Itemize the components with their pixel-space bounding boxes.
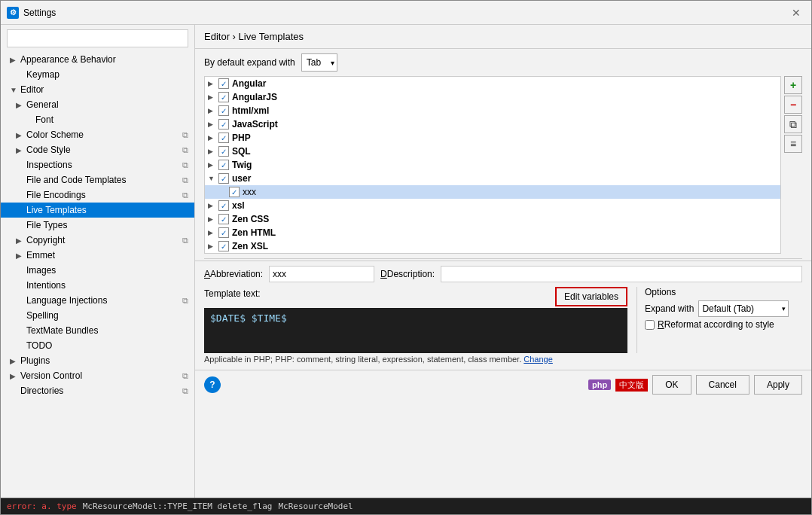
window-title: Settings bbox=[23, 8, 787, 18]
tree-label: Zen XSL bbox=[232, 241, 268, 251]
tree-row-php[interactable]: ▶ ✓ PHP bbox=[205, 131, 780, 145]
sidebar-item-code-style[interactable]: ▶ Code Style ⧉ bbox=[1, 142, 194, 157]
sidebar-item-font[interactable]: Font bbox=[1, 112, 194, 127]
copy-icon: ⧉ bbox=[182, 386, 188, 396]
move-button[interactable]: ≡ bbox=[784, 135, 802, 153]
sidebar-item-spelling[interactable]: Spelling bbox=[1, 308, 194, 323]
checkbox-zen-html[interactable]: ✓ bbox=[218, 227, 229, 238]
sidebar-item-file-encodings[interactable]: File Encodings ⧉ bbox=[1, 187, 194, 203]
tree-row-user[interactable]: ▼ ✓ user bbox=[205, 172, 780, 185]
checkbox-javascript[interactable]: ✓ bbox=[218, 119, 229, 130]
tree-row-twig[interactable]: ▶ ✓ Twig bbox=[205, 158, 780, 172]
apply-button[interactable]: Apply bbox=[754, 375, 802, 395]
sidebar-item-general[interactable]: ▶ General bbox=[1, 97, 194, 112]
sidebar-item-plugins[interactable]: ▶ Plugins bbox=[1, 353, 194, 368]
tree-row-angularjs[interactable]: ▶ ✓ AngularJS bbox=[205, 90, 780, 104]
tree-row-angular[interactable]: ▶ ✓ Angular bbox=[205, 77, 780, 90]
chevron-icon: ▶ bbox=[10, 372, 17, 380]
expand-with-select[interactable]: Default (Tab) Tab Enter Space bbox=[698, 300, 789, 317]
sidebar-item-language-injections[interactable]: Language Injections ⧉ bbox=[1, 293, 194, 308]
help-button[interactable]: ? bbox=[204, 376, 221, 393]
remove-button[interactable]: − bbox=[784, 96, 802, 114]
expand-with-select-wrapper[interactable]: Default (Tab) Tab Enter Space bbox=[698, 300, 789, 317]
applicable-row: Applicable in PHP; PHP: comment, string … bbox=[204, 353, 802, 365]
sidebar-item-label: General bbox=[26, 99, 59, 110]
checkbox-php[interactable]: ✓ bbox=[218, 133, 229, 143]
sidebar-item-keymap[interactable]: Keymap bbox=[1, 67, 194, 82]
sidebar-item-images[interactable]: Images bbox=[1, 263, 194, 278]
sidebar-item-textmate[interactable]: TextMate Bundles bbox=[1, 323, 194, 338]
sidebar-item-label: File Encodings bbox=[26, 190, 86, 200]
copy-icon: ⧉ bbox=[182, 190, 188, 200]
copy-icon: ⧉ bbox=[182, 130, 188, 140]
sidebar-item-intentions[interactable]: Intentions bbox=[1, 278, 194, 293]
checkbox-user[interactable]: ✓ bbox=[218, 173, 229, 184]
side-buttons: + − ⧉ ≡ bbox=[784, 76, 802, 254]
change-link[interactable]: Change bbox=[524, 355, 553, 364]
tree-row-xsl[interactable]: ▶ ✓ xsl bbox=[205, 199, 780, 212]
tree-row-xxx[interactable]: ✓ xxx bbox=[205, 185, 780, 199]
sidebar-item-label: Intentions bbox=[26, 280, 66, 291]
checkbox-angularjs[interactable]: ✓ bbox=[218, 92, 229, 102]
sidebar-item-file-code-templates[interactable]: File and Code Templates ⧉ bbox=[1, 172, 194, 187]
copy-icon: ⧉ bbox=[182, 371, 188, 381]
description-input[interactable] bbox=[441, 266, 802, 282]
abbreviation-input[interactable] bbox=[269, 266, 374, 282]
checkbox-xxx[interactable]: ✓ bbox=[229, 187, 240, 197]
checkbox-html-xml[interactable]: ✓ bbox=[218, 105, 229, 116]
tree-row-javascript[interactable]: ▶ ✓ JavaScript bbox=[205, 117, 780, 131]
abbreviation-row: AAbbreviation: DDescription: bbox=[204, 266, 802, 282]
checkbox-sql[interactable]: ✓ bbox=[218, 146, 229, 157]
sidebar-item-todo[interactable]: TODO bbox=[1, 338, 194, 353]
sidebar-item-label: Plugins bbox=[20, 355, 50, 366]
tree-label: Zen HTML bbox=[232, 227, 276, 238]
sidebar-item-directories[interactable]: Directories ⧉ bbox=[1, 383, 194, 398]
sidebar-item-copyright[interactable]: ▶ Copyright ⧉ bbox=[1, 233, 194, 248]
sidebar-item-live-templates[interactable]: Live Templates bbox=[1, 203, 194, 218]
sidebar-item-inspections[interactable]: Inspections ⧉ bbox=[1, 157, 194, 172]
abbreviation-label: AAbbreviation: bbox=[204, 269, 263, 279]
checkbox-zen-xsl[interactable]: ✓ bbox=[218, 241, 229, 251]
sidebar-item-file-types[interactable]: File Types bbox=[1, 218, 194, 233]
cancel-button[interactable]: Cancel bbox=[696, 375, 749, 395]
sidebar-item-label: File Types bbox=[26, 220, 67, 230]
edit-variables-button[interactable]: Edit variables bbox=[555, 287, 627, 306]
tree-row-zen-html[interactable]: ▶ ✓ Zen HTML bbox=[205, 226, 780, 239]
sidebar-item-version-control[interactable]: ▶ Version Control ⧉ bbox=[1, 368, 194, 383]
copy-button[interactable]: ⧉ bbox=[784, 115, 802, 133]
chevron-down-icon: ▼ bbox=[10, 86, 17, 94]
ok-button[interactable]: OK bbox=[652, 375, 691, 395]
close-button[interactable]: ✕ bbox=[787, 5, 805, 20]
tree-row-zen-css[interactable]: ▶ ✓ Zen CSS bbox=[205, 212, 780, 226]
reformat-row: RReformat according to style bbox=[645, 319, 802, 330]
checkbox-angular[interactable]: ✓ bbox=[218, 78, 229, 89]
checkbox-twig[interactable]: ✓ bbox=[218, 160, 229, 170]
search-input[interactable] bbox=[11, 33, 185, 44]
sidebar: ▶ Appearance & Behavior Keymap ▼ Editor … bbox=[1, 25, 195, 498]
sidebar-item-label: Font bbox=[35, 114, 53, 125]
sidebar-item-label: Version Control bbox=[20, 370, 82, 381]
search-box[interactable] bbox=[7, 29, 188, 47]
add-button[interactable]: + bbox=[784, 76, 802, 94]
sidebar-item-label: Color Scheme bbox=[26, 130, 84, 140]
chevron-right-icon: ▶ bbox=[208, 161, 218, 169]
expand-select-wrapper[interactable]: Tab bbox=[301, 53, 337, 72]
checkbox-zen-css[interactable]: ✓ bbox=[218, 214, 229, 224]
expand-select[interactable]: Tab bbox=[301, 53, 337, 72]
expand-with-label: Expand with bbox=[645, 303, 694, 314]
tree-row-html-xml[interactable]: ▶ ✓ html/xml bbox=[205, 104, 780, 117]
sidebar-item-color-scheme[interactable]: ▶ Color Scheme ⧉ bbox=[1, 127, 194, 142]
sidebar-item-appearance[interactable]: ▶ Appearance & Behavior bbox=[1, 52, 194, 67]
tree-row-sql[interactable]: ▶ ✓ SQL bbox=[205, 145, 780, 158]
template-text-area[interactable]: $DATE$ $TIME$ bbox=[204, 308, 627, 353]
chevron-down-icon: ▼ bbox=[208, 175, 218, 182]
sidebar-item-label: Directories bbox=[20, 385, 63, 396]
checkbox-xsl[interactable]: ✓ bbox=[218, 200, 229, 211]
reformat-checkbox[interactable] bbox=[645, 320, 655, 330]
sidebar-item-editor[interactable]: ▼ Editor bbox=[1, 82, 194, 97]
status-error-text: error: a. type bbox=[7, 501, 77, 511]
sidebar-item-emmet[interactable]: ▶ Emmet bbox=[1, 248, 194, 263]
sidebar-item-label: Spelling bbox=[26, 310, 59, 321]
tree-row-zen-xsl[interactable]: ▶ ✓ Zen XSL bbox=[205, 239, 780, 253]
sidebar-item-label: Keymap bbox=[26, 69, 60, 80]
